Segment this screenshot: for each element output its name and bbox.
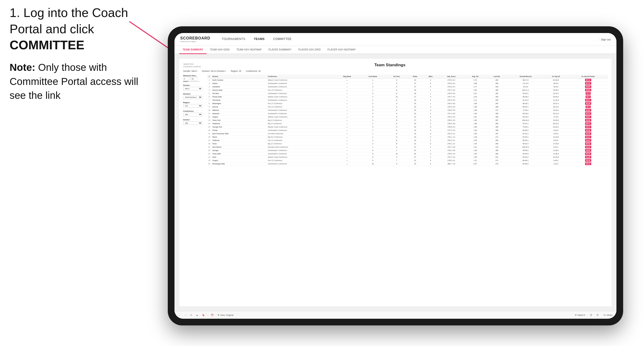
- filter-school-select[interactable]: (All): [183, 121, 202, 125]
- table-row: 6 Florida State Atlantic Coast Conferenc…: [207, 95, 608, 99]
- table-row: 26 Mississippi State Southeastern Confer…: [207, 162, 608, 166]
- sub-nav-team-h2h-heatmap[interactable]: TEAM H2H HEATMAP: [233, 46, 265, 54]
- filter-division-label: Division: [183, 93, 205, 95]
- sub-nav: TEAM SUMMARY TEAM H2H GRID TEAM H2H HEAT…: [174, 46, 616, 54]
- table-row: 20 Texas Big 12 Conference — 3 8 21 0 27…: [207, 142, 608, 146]
- table-row: 1 North Carolina Atlantic Coast Conferen…: [207, 78, 608, 82]
- filter-row: Gender: Men's Division: NCAA Division I …: [183, 70, 608, 72]
- tablet-screen: SCOREBOARD Powered by clippd TOURNAMENTS…: [174, 33, 616, 319]
- col-reg-rank: Reg Rank: [335, 75, 360, 78]
- main-content: Update time: 27/03/2024 16:56:26 Team St…: [174, 54, 616, 311]
- note-prefix: Note:: [10, 62, 35, 73]
- table-row: 11 Arkansas Southeastern Conference — 6 …: [207, 112, 608, 115]
- filter-conference-label: Conference: [183, 110, 205, 112]
- table-row: 16 Florida Southeastern Conference — 7 9…: [207, 129, 608, 132]
- committee-bold: COMMITTEE: [10, 38, 84, 52]
- filter-division-select[interactable]: NCAA Division I: [183, 95, 202, 99]
- filter-division-group: Division NCAA Division I: [183, 93, 205, 99]
- filter-min-rounds: Minimum Rou...: [183, 75, 205, 82]
- filter-gender-group: Gender Men's: [183, 84, 205, 90]
- table-row: 13 Texas Tech Big 12 Conference — 1 9 27…: [207, 119, 608, 122]
- nav-committee[interactable]: COMMITTEE: [269, 33, 296, 46]
- filter-region-group: Region N/A: [183, 101, 205, 108]
- col-rank: #: [207, 75, 212, 78]
- table-row: 10 Alabama Southeastern Conference — 5 8…: [207, 109, 608, 112]
- toolbar-watch[interactable]: 👁 Watch ▾: [574, 314, 586, 317]
- sub-nav-player-h2h-grid[interactable]: PLAYER H2H GRID: [295, 46, 324, 54]
- table-row: 22 Georgia Southeastern Conference — 8 7…: [207, 149, 608, 152]
- standings-title: Team Standings: [200, 63, 579, 67]
- col-vs50: Vs Top 50 Points: [568, 75, 608, 78]
- filter-region-select[interactable]: N/A: [183, 104, 202, 108]
- standings-header: Update time: 27/03/2024 16:56:26 Team St…: [183, 63, 608, 68]
- col-no-tour: No Tour: [386, 75, 407, 78]
- toolbar-share-icon[interactable]: ▲: [195, 314, 199, 317]
- toolbar-feedback[interactable]: ☰: [589, 314, 593, 317]
- content-card: Update time: 27/03/2024 16:56:26 Team St…: [179, 59, 612, 306]
- filters-panel: Minimum Rou... Gender: [183, 75, 205, 300]
- table-row: 9 Arizona Pac-12 Conference — 3 8 23 4 2…: [207, 105, 608, 109]
- note-block: Note: Only those with Committee Portal a…: [10, 61, 154, 103]
- toolbar-view-original[interactable]: 👁 View: Original: [216, 314, 234, 317]
- logo-area: SCOREBOARD Powered by clippd: [180, 36, 210, 43]
- toolbar-forward[interactable]: →: [183, 314, 188, 317]
- filter-min-input[interactable]: [183, 77, 190, 80]
- content-body: Minimum Rou... Gender: [183, 75, 608, 300]
- table-row: 8 Washington Pac-12 Conference — 2 8 23 …: [207, 102, 608, 105]
- toolbar-reload[interactable]: ↻: [189, 314, 193, 317]
- tablet-frame: SCOREBOARD Powered by clippd TOURNAMENTS…: [168, 26, 623, 326]
- table-row: 15 Georgia Tech Atlantic Coast Conferenc…: [207, 125, 608, 129]
- update-time: Update time: 27/03/2024 16:56:26: [183, 63, 200, 68]
- table-row: 12 Virginia Atlantic Coast Conference — …: [207, 115, 608, 119]
- table-row: 17 East Tennessee State Sun Belt Confere…: [207, 132, 608, 136]
- col-conference: Conference: [267, 75, 335, 78]
- division-filter: Division: NCAA Division I: [202, 70, 226, 72]
- sub-nav-player-summary[interactable]: PLAYER SUMMARY: [265, 46, 295, 54]
- sub-nav-team-summary[interactable]: TEAM SUMMARY: [179, 46, 206, 54]
- table-row: 25 Oregon Pac-12 Conference — 5 7 21 0 2…: [207, 159, 608, 162]
- instruction-title: 1. Log into the Coach Portal and click C…: [10, 5, 154, 53]
- region-filter: Region: All: [231, 70, 241, 72]
- table-row: 18 Illinois Big Ten Conference — 1 8 23 …: [207, 136, 608, 139]
- table-row: 19 California Pac-12 Conference — 4 8 24…: [207, 139, 608, 142]
- nav-links: TOURNAMENTS TEAMS COMMITTEE: [218, 33, 600, 46]
- table-row: 23 Texas A&M Southeastern Conference — 9…: [207, 152, 608, 156]
- slider-bar: [183, 81, 200, 82]
- filter-gender-select[interactable]: Men's: [183, 87, 202, 90]
- conference-filter: Conference: All: [246, 70, 260, 72]
- col-wins: Wins: [423, 75, 438, 78]
- col-low-rd: Low Rd.: [486, 75, 508, 78]
- table-row: 4 Arizona State Pac-12 Conference — 1 8 …: [207, 89, 608, 92]
- table-row: 5 Ole Miss Southeastern Conference — 3 6…: [207, 92, 608, 95]
- toolbar-fullscreen[interactable]: ⧉: [596, 313, 599, 317]
- toolbar-back[interactable]: ←: [177, 314, 182, 317]
- filter-school-label: School: [183, 119, 205, 121]
- toolbar-right: 👁 Watch ▾ ☰ ⧉ </> Share: [574, 313, 614, 317]
- toolbar-clock[interactable]: ⏰: [210, 314, 214, 317]
- filter-min-rounds-label: Minimum Rou...: [183, 75, 205, 77]
- col-overall: Overall Record: [508, 75, 543, 78]
- sign-out-button[interactable]: Sign out: [600, 38, 611, 41]
- table-row: 3 Vanderbilt Southeastern Conference — 2…: [207, 85, 608, 89]
- nav-teams[interactable]: TEAMS: [250, 33, 269, 46]
- toolbar-share-btn[interactable]: </> Share: [602, 314, 614, 317]
- toolbar-bookmark[interactable]: 🔖: [201, 314, 206, 317]
- logo-text: SCOREBOARD: [180, 36, 210, 40]
- col-adj-score: Adj. Score: [438, 75, 464, 78]
- filter-gender-label: Gender: [183, 84, 205, 86]
- logo-sub: Powered by clippd: [180, 40, 210, 43]
- sub-nav-team-h2h-grid[interactable]: TEAM H2H GRID: [206, 46, 233, 54]
- col-vs25: Vs Top 25: [543, 75, 568, 78]
- sub-nav-player-h2h-heatmap[interactable]: PLAYER H2H HEATMAP: [324, 46, 359, 54]
- filter-conference-select[interactable]: (All): [183, 113, 202, 116]
- filter-max-input[interactable]: [191, 77, 198, 80]
- col-rnds: Rnds: [407, 75, 423, 78]
- bottom-toolbar: ← → ↻ ▲ 🔖 | ⏰ 👁 View: Original 👁 Watch ▾…: [174, 311, 616, 319]
- instruction-area: 1. Log into the Coach Portal and click C…: [10, 5, 154, 103]
- col-conf-rank: Conf Rank: [360, 75, 386, 78]
- table-row: 7 Tennessee Southeastern Conference — 4 …: [207, 99, 608, 102]
- standings-table: # School Conference Reg Rank Conf Rank N…: [207, 75, 608, 166]
- table-header-row: # School Conference Reg Rank Conf Rank N…: [207, 75, 608, 78]
- nav-tournaments[interactable]: TOURNAMENTS: [218, 33, 250, 46]
- table-area: # School Conference Reg Rank Conf Rank N…: [207, 75, 608, 300]
